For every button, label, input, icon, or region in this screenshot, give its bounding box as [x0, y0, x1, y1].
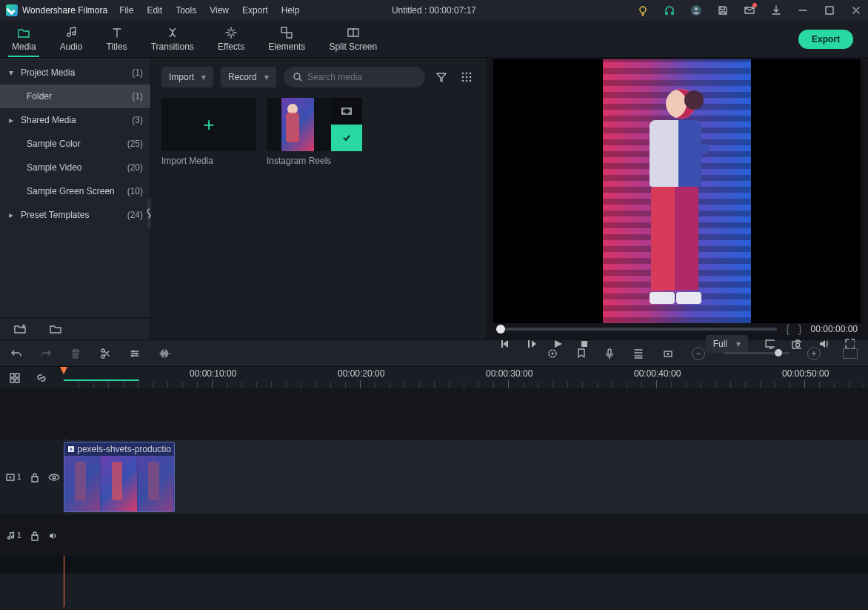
marker-icon[interactable] [576, 348, 587, 359]
window-minimize-icon[interactable] [797, 4, 809, 16]
snapshot-icon[interactable] [791, 339, 801, 349]
zoom-thumb[interactable] [775, 349, 782, 357]
export-button[interactable]: Export [798, 30, 853, 49]
speaker-icon[interactable] [48, 531, 59, 540]
ruler-minor-tick [671, 382, 672, 388]
timeline-clip[interactable]: pexels-shvets-productio [64, 442, 175, 512]
svg-point-28 [552, 352, 554, 354]
shapes-icon [280, 26, 293, 39]
sidebar-item[interactable]: Sample Color(25) [0, 132, 150, 156]
search-media[interactable] [284, 67, 425, 87]
sidebar-item[interactable]: Folder(1) [0, 84, 150, 108]
menu-edit[interactable]: Edit [147, 5, 163, 16]
menu-file[interactable]: File [119, 5, 133, 16]
prev-frame-button[interactable] [499, 339, 510, 349]
mark-in-button[interactable]: { [786, 323, 789, 335]
audio-mixer-icon[interactable] [632, 348, 644, 359]
keyframe-icon[interactable] [662, 348, 674, 359]
tab-effects[interactable]: Effects [206, 20, 256, 57]
ruler-label: 00:00:10:00 [190, 368, 236, 379]
audio-track-body[interactable] [64, 515, 868, 556]
overlay-track[interactable] [0, 388, 868, 439]
save-icon[interactable] [717, 4, 729, 16]
import-media-tile[interactable]: + Import Media [161, 98, 256, 166]
transition-icon [166, 26, 179, 39]
panel-resize-handle[interactable] [147, 199, 151, 228]
ruler-minor-tick [79, 382, 79, 388]
thumb-label: Import Media [161, 156, 256, 166]
lightbulb-icon[interactable] [637, 4, 649, 16]
link-icon[interactable] [36, 372, 47, 384]
timeline-ruler[interactable]: 00:00:10:0000:00:20:0000:00:30:0000:00:4… [64, 367, 868, 388]
account-icon[interactable] [690, 4, 702, 16]
scrub-thumb[interactable] [496, 325, 505, 334]
display-icon[interactable] [764, 339, 775, 349]
window-close-icon[interactable] [850, 4, 862, 16]
play-pause-button[interactable] [526, 339, 536, 349]
download-icon[interactable] [770, 4, 782, 16]
message-icon[interactable] [744, 4, 755, 16]
new-folder-icon[interactable] [13, 323, 27, 335]
adjust-icon[interactable] [129, 348, 141, 359]
grid-view-icon[interactable] [458, 68, 475, 86]
sidebar-item[interactable]: Sample Video(20) [0, 156, 150, 179]
delete-button[interactable] [70, 348, 81, 359]
volume-icon[interactable] [818, 339, 828, 349]
search-input[interactable] [307, 72, 416, 82]
sidebar-item-label: Sample Green Screen [27, 186, 115, 196]
tab-audio[interactable]: Audio [48, 20, 95, 57]
menu-export[interactable]: Export [242, 5, 268, 16]
sidebar-item[interactable]: ▸Shared Media(3) [0, 108, 150, 132]
zoom-in-button[interactable]: + [807, 347, 821, 360]
import-dropdown[interactable]: Import ▾ [161, 67, 213, 87]
open-folder-icon[interactable] [49, 323, 62, 335]
tab-label: Titles [106, 42, 127, 52]
target-icon[interactable] [547, 348, 558, 359]
mark-out-button[interactable]: } [798, 323, 802, 335]
tab-titles[interactable]: Titles [94, 20, 138, 57]
svg-point-8 [462, 73, 464, 75]
track-manager-icon[interactable] [9, 372, 21, 384]
audio-wave-icon[interactable] [158, 348, 172, 359]
redo-button[interactable] [40, 348, 52, 359]
zoom-out-button[interactable]: − [692, 347, 705, 360]
split-button[interactable] [99, 348, 111, 359]
tab-split-screen[interactable]: Split Screen [317, 20, 389, 57]
scrub-track[interactable] [496, 328, 777, 331]
tab-elements[interactable]: Elements [256, 20, 317, 57]
preview-canvas[interactable] [493, 59, 861, 323]
work-area-bar [64, 379, 139, 381]
workspace: ▾Project Media(1)Folder(1)▸Shared Media(… [0, 58, 868, 339]
ruler-minor-tick [182, 382, 183, 388]
audio-track-icon[interactable]: 1 [6, 531, 21, 540]
undo-button[interactable] [10, 348, 22, 359]
sidebar-item-label: Sample Video [27, 162, 82, 173]
filter-icon[interactable] [433, 68, 450, 86]
menu-help[interactable]: Help [281, 5, 300, 16]
record-dropdown[interactable]: Record ▾ [221, 67, 276, 87]
svg-point-22 [101, 349, 104, 352]
video-track-icon[interactable]: 1 [6, 473, 21, 481]
zoom-fit-button[interactable] [843, 348, 858, 359]
svg-point-24 [133, 350, 135, 352]
tab-transitions[interactable]: Transitions [139, 20, 206, 57]
video-track-body[interactable]: pexels-shvets-productio [64, 440, 868, 514]
media-clip-tile[interactable]: Instagram Reels [267, 98, 361, 166]
lock-icon[interactable] [30, 472, 39, 483]
sidebar-item[interactable]: Sample Green Screen(10) [0, 179, 150, 203]
preview-quality-select[interactable]: Full ▾ [706, 335, 748, 353]
clip-thumbnail [281, 98, 314, 151]
window-maximize-icon[interactable] [824, 4, 835, 16]
menu-tools[interactable]: Tools [176, 5, 196, 16]
zoom-slider[interactable] [723, 352, 789, 354]
expander-icon: ▾ [9, 67, 15, 78]
tab-media[interactable]: Media [0, 20, 48, 57]
headphones-icon[interactable] [664, 4, 675, 16]
eye-icon[interactable] [48, 473, 60, 482]
lock-icon[interactable] [30, 531, 39, 541]
menu-view[interactable]: View [210, 5, 229, 16]
sidebar-item-count: (1) [132, 67, 143, 78]
sidebar-item[interactable]: ▾Project Media(1) [0, 61, 150, 84]
sidebar-item[interactable]: ▸Preset Templates(24) [0, 203, 150, 227]
voiceover-icon[interactable] [604, 348, 615, 359]
